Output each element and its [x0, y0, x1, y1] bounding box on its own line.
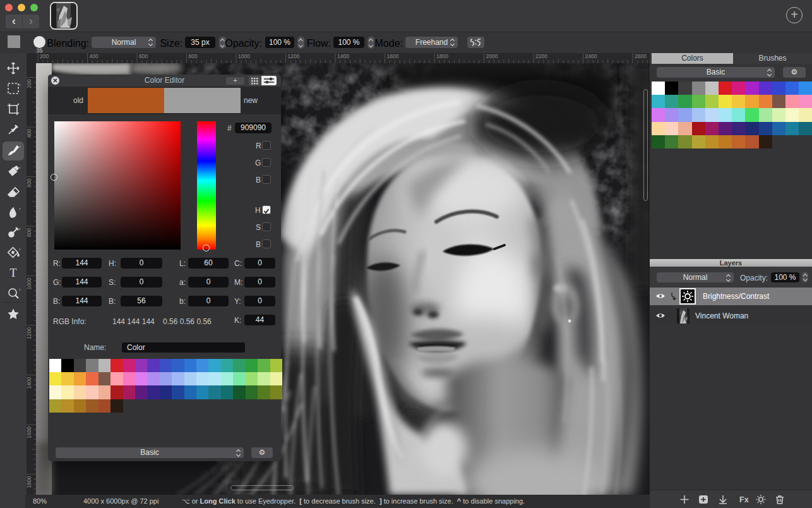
svg-text:2200: 2200 [535, 53, 547, 59]
svg-text:Fx: Fx [739, 495, 749, 504]
svg-text:2600: 2600 [635, 53, 647, 59]
svg-text:T: T [10, 267, 17, 279]
svg-text:800: 800 [27, 228, 32, 237]
svg-text:600: 600 [27, 178, 32, 187]
svg-text:2000: 2000 [486, 53, 498, 59]
svg-text:1600: 1600 [387, 53, 399, 59]
svg-text:800: 800 [189, 53, 198, 59]
svg-text:1000: 1000 [27, 277, 32, 289]
svg-text:600: 600 [139, 53, 148, 59]
svg-text:1000: 1000 [238, 53, 250, 59]
svg-text:1600: 1600 [27, 426, 32, 438]
svg-text:1800: 1800 [436, 53, 448, 59]
svg-text:1800: 1800 [27, 476, 32, 488]
svg-text:2400: 2400 [585, 53, 597, 59]
svg-text:400: 400 [90, 53, 99, 59]
svg-text:1400: 1400 [27, 377, 32, 389]
svg-text:200: 200 [27, 79, 32, 88]
svg-text:1200: 1200 [27, 327, 32, 339]
svg-text:1400: 1400 [337, 53, 349, 59]
svg-text:200: 200 [40, 53, 49, 59]
svg-text:1200: 1200 [288, 53, 300, 59]
svg-text:400: 400 [27, 129, 32, 138]
